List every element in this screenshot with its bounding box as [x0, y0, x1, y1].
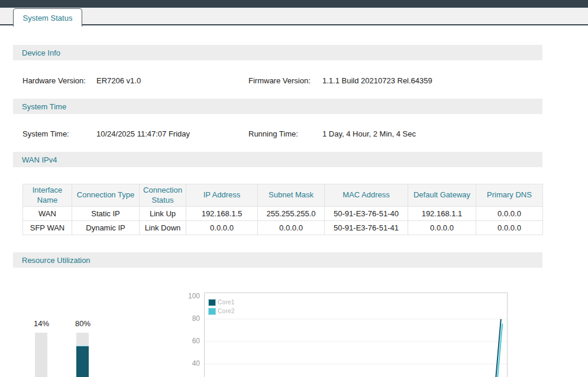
table-cell: Link Down: [140, 221, 186, 235]
header-interface-name: Interface Name: [23, 184, 72, 207]
header-ip-address: IP Address: [186, 184, 258, 207]
table-cell: WAN: [23, 207, 72, 221]
section-header-wan-ipv4: WAN IPv4: [13, 152, 542, 167]
table-row-wan: WAN Static IP Link Up 192.168.1.5 255.25…: [23, 207, 543, 221]
table-cell: 0.0.0.0: [476, 207, 543, 221]
header-subnet-mask: Subnet Mask: [258, 184, 325, 207]
section-title: System Time: [22, 102, 66, 111]
table-cell: Dynamic IP: [72, 221, 140, 235]
firmware-version-label: Firmware Version:: [248, 76, 311, 85]
table-cell: 0.0.0.0: [476, 221, 543, 235]
core1-swatch-icon: [208, 299, 216, 306]
cpu-chart-svg: [205, 293, 507, 377]
legend-label: Core2: [218, 308, 235, 314]
header-connection-status: Connection Status: [140, 184, 186, 207]
running-time-label: Running Time:: [248, 129, 298, 138]
cpu-utilization-chart: Core1 Core2: [204, 292, 508, 377]
y-tick-label: 100: [181, 292, 200, 300]
table-cell: Link Up: [140, 207, 186, 221]
table-cell: 192.168.1.5: [186, 207, 258, 221]
y-tick-label: 40: [181, 359, 200, 368]
header-primary-dns: Primary DNS: [476, 184, 543, 207]
device-info-row: Hardware Version: ER7206 v1.0 Firmware V…: [0, 76, 588, 86]
section-header-system-time: System Time: [13, 99, 542, 114]
y-tick-label: 80: [181, 314, 200, 323]
tab-system-status[interactable]: System Status: [13, 8, 82, 27]
table-cell: 192.168.1.1: [408, 207, 476, 221]
section-title: Device Info: [22, 48, 60, 57]
hardware-version-label: Hardware Version:: [22, 76, 86, 85]
header-default-gateway: Default Gateway: [408, 184, 476, 207]
y-tick-label: 60: [181, 337, 200, 345]
table-cell: 0.0.0.0: [408, 221, 476, 235]
legend-item-core1: Core1: [208, 298, 235, 307]
tab-label: System Status: [23, 14, 73, 22]
gauge-value-2: 80%: [68, 319, 98, 328]
legend-item-core2: Core2: [208, 307, 235, 316]
table-cell: Static IP: [72, 207, 140, 221]
section-title: Resource Utilization: [22, 256, 91, 265]
section-header-device-info: Device Info: [13, 45, 542, 60]
table-cell: 255.255.255.0: [258, 207, 325, 221]
header-connection-type: Connection Type: [72, 184, 140, 207]
section-title: WAN IPv4: [22, 155, 57, 164]
chart-legend: Core1 Core2: [208, 298, 235, 316]
wan-ipv4-table: Interface Name Connection Type Connectio…: [22, 184, 543, 235]
table-row-sfp-wan: SFP WAN Dynamic IP Link Down 0.0.0.0 0.0…: [23, 221, 543, 235]
table-cell: 0.0.0.0: [186, 221, 258, 235]
gauge-value-1: 14%: [27, 319, 56, 328]
gauge-fill: [76, 345, 89, 377]
system-status-page: System Status Device Info Hardware Versi…: [0, 0, 588, 377]
table-cell: 50-91-E3-76-51-41: [325, 221, 408, 235]
system-time-label: System Time:: [22, 129, 69, 138]
table-cell: 0.0.0.0: [258, 221, 325, 235]
legend-label: Core1: [218, 299, 235, 306]
core2-swatch-icon: [208, 308, 216, 315]
hardware-version-value: ER7206 v1.0: [96, 76, 141, 85]
system-time-row: System Time: 10/24/2025 11:47:07 Friday …: [0, 129, 588, 139]
table-cell: 50-91-E3-76-51-40: [325, 207, 408, 221]
table-cell: SFP WAN: [23, 221, 72, 235]
system-time-value: 10/24/2025 11:47:07 Friday: [96, 129, 190, 138]
running-time-value: 1 Day, 4 Hour, 2 Min, 4 Sec: [322, 129, 416, 138]
section-header-resource-utilization: Resource Utilization: [13, 252, 542, 268]
top-menubar: [0, 0, 588, 8]
firmware-version-value: 1.1.1 Build 20210723 Rel.64359: [322, 76, 432, 85]
tab-strip: [0, 8, 588, 25]
table-header-row: Interface Name Connection Type Connectio…: [23, 184, 543, 207]
utilization-gauge-1: [35, 333, 47, 377]
header-mac-address: MAC Address: [325, 184, 408, 207]
utilization-gauge-2: [76, 333, 89, 377]
